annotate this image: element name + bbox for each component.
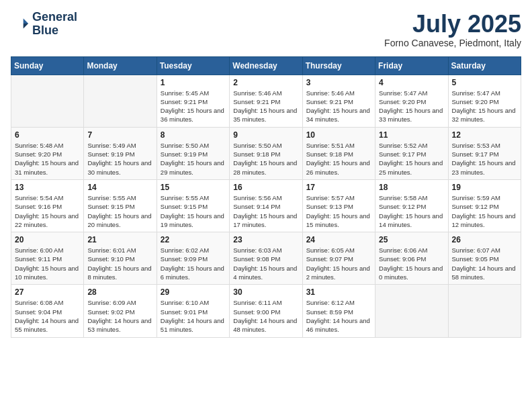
day-number: 2	[233, 78, 298, 87]
logo-text: General Blue	[32, 11, 77, 38]
calendar-cell: 3Sunrise: 5:46 AM Sunset: 9:21 PM Daylig…	[302, 75, 375, 127]
calendar-cell	[84, 75, 157, 127]
calendar-cell	[448, 285, 521, 337]
calendar-cell: 26Sunrise: 6:07 AM Sunset: 9:05 PM Dayli…	[448, 232, 521, 285]
weekday-header-wednesday: Wednesday	[230, 56, 302, 75]
day-number: 19	[452, 183, 517, 192]
calendar-cell: 6Sunrise: 5:48 AM Sunset: 9:20 PM Daylig…	[11, 127, 84, 179]
calendar-cell: 10Sunrise: 5:51 AM Sunset: 9:18 PM Dayli…	[302, 127, 375, 179]
day-number: 9	[233, 130, 298, 140]
day-number: 30	[233, 287, 298, 297]
calendar-cell: 20Sunrise: 6:00 AM Sunset: 9:11 PM Dayli…	[11, 232, 84, 285]
calendar-cell: 18Sunrise: 5:58 AM Sunset: 9:12 PM Dayli…	[375, 179, 448, 232]
day-number: 6	[15, 130, 80, 140]
day-number: 12	[452, 130, 517, 140]
day-content: Sunrise: 6:02 AM Sunset: 9:09 PM Dayligh…	[161, 246, 226, 281]
weekday-header-sunday: Sunday	[11, 56, 84, 75]
day-number: 16	[233, 183, 298, 192]
day-number: 10	[306, 130, 371, 140]
day-number: 23	[233, 235, 298, 244]
day-number: 28	[87, 287, 152, 297]
day-number: 15	[161, 183, 226, 192]
calendar-cell: 5Sunrise: 5:47 AM Sunset: 9:20 PM Daylig…	[448, 75, 521, 127]
calendar-cell: 19Sunrise: 5:59 AM Sunset: 9:12 PM Dayli…	[448, 179, 521, 232]
day-number: 29	[161, 287, 226, 297]
calendar-cell: 24Sunrise: 6:05 AM Sunset: 9:07 PM Dayli…	[302, 232, 375, 285]
day-number: 24	[306, 235, 371, 244]
day-content: Sunrise: 5:52 AM Sunset: 9:17 PM Dayligh…	[379, 141, 444, 177]
calendar-cell: 13Sunrise: 5:54 AM Sunset: 9:16 PM Dayli…	[11, 179, 84, 232]
weekday-header-row: SundayMondayTuesdayWednesdayThursdayFrid…	[11, 56, 521, 75]
calendar-cell: 2Sunrise: 5:46 AM Sunset: 9:21 PM Daylig…	[230, 75, 302, 127]
month-title: July 2025	[384, 11, 521, 38]
calendar-cell	[11, 75, 84, 127]
calendar-week-row: 20Sunrise: 6:00 AM Sunset: 9:11 PM Dayli…	[11, 232, 521, 285]
calendar-cell: 7Sunrise: 5:49 AM Sunset: 9:19 PM Daylig…	[84, 127, 157, 179]
calendar-week-row: 1Sunrise: 5:45 AM Sunset: 9:21 PM Daylig…	[11, 75, 521, 127]
day-content: Sunrise: 5:55 AM Sunset: 9:15 PM Dayligh…	[161, 193, 226, 229]
calendar-cell: 17Sunrise: 5:57 AM Sunset: 9:13 PM Dayli…	[302, 179, 375, 232]
calendar-cell: 28Sunrise: 6:09 AM Sunset: 9:02 PM Dayli…	[84, 285, 157, 337]
day-content: Sunrise: 5:50 AM Sunset: 9:18 PM Dayligh…	[233, 141, 298, 177]
calendar-cell: 23Sunrise: 6:03 AM Sunset: 9:08 PM Dayli…	[230, 232, 302, 285]
day-number: 20	[15, 235, 80, 244]
day-content: Sunrise: 5:56 AM Sunset: 9:14 PM Dayligh…	[233, 193, 298, 229]
day-number: 7	[87, 130, 152, 140]
day-number: 17	[306, 183, 371, 192]
day-content: Sunrise: 6:11 AM Sunset: 9:00 PM Dayligh…	[233, 298, 298, 334]
weekday-header-thursday: Thursday	[302, 56, 375, 75]
day-content: Sunrise: 6:10 AM Sunset: 9:01 PM Dayligh…	[161, 298, 226, 334]
svg-rect-3	[11, 15, 22, 34]
day-number: 14	[87, 183, 152, 192]
day-content: Sunrise: 5:58 AM Sunset: 9:12 PM Dayligh…	[379, 193, 444, 229]
calendar-cell: 15Sunrise: 5:55 AM Sunset: 9:15 PM Dayli…	[157, 179, 229, 232]
day-content: Sunrise: 5:49 AM Sunset: 9:19 PM Dayligh…	[87, 141, 152, 177]
calendar-cell: 14Sunrise: 5:55 AM Sunset: 9:15 PM Dayli…	[84, 179, 157, 232]
calendar-cell: 30Sunrise: 6:11 AM Sunset: 9:00 PM Dayli…	[230, 285, 302, 337]
day-number: 8	[161, 130, 226, 140]
calendar-cell: 8Sunrise: 5:50 AM Sunset: 9:19 PM Daylig…	[157, 127, 229, 179]
logo: General Blue	[11, 11, 77, 38]
calendar-cell: 12Sunrise: 5:53 AM Sunset: 9:17 PM Dayli…	[448, 127, 521, 179]
weekday-header-saturday: Saturday	[448, 56, 521, 75]
day-number: 5	[452, 78, 517, 87]
day-number: 4	[379, 78, 444, 87]
calendar-cell: 31Sunrise: 6:12 AM Sunset: 8:59 PM Dayli…	[302, 285, 375, 337]
day-content: Sunrise: 6:03 AM Sunset: 9:08 PM Dayligh…	[233, 246, 298, 281]
calendar-week-row: 6Sunrise: 5:48 AM Sunset: 9:20 PM Daylig…	[11, 127, 521, 179]
weekday-header-tuesday: Tuesday	[157, 56, 229, 75]
day-content: Sunrise: 5:46 AM Sunset: 9:21 PM Dayligh…	[233, 89, 298, 124]
calendar-cell: 11Sunrise: 5:52 AM Sunset: 9:17 PM Dayli…	[375, 127, 448, 179]
day-number: 18	[379, 183, 444, 192]
calendar-cell: 1Sunrise: 5:45 AM Sunset: 9:21 PM Daylig…	[157, 75, 229, 127]
day-number: 27	[15, 287, 80, 297]
day-content: Sunrise: 5:53 AM Sunset: 9:17 PM Dayligh…	[452, 141, 517, 177]
day-content: Sunrise: 6:05 AM Sunset: 9:07 PM Dayligh…	[306, 246, 371, 281]
logo-icon	[11, 15, 30, 34]
day-number: 26	[452, 235, 517, 244]
day-content: Sunrise: 6:07 AM Sunset: 9:05 PM Dayligh…	[452, 246, 517, 281]
day-number: 22	[161, 235, 226, 244]
day-content: Sunrise: 5:51 AM Sunset: 9:18 PM Dayligh…	[306, 141, 371, 177]
calendar-cell: 25Sunrise: 6:06 AM Sunset: 9:06 PM Dayli…	[375, 232, 448, 285]
calendar-cell: 21Sunrise: 6:01 AM Sunset: 9:10 PM Dayli…	[84, 232, 157, 285]
title-block: July 2025 Forno Canavese, Piedmont, Ital…	[384, 11, 521, 48]
calendar-cell: 22Sunrise: 6:02 AM Sunset: 9:09 PM Dayli…	[157, 232, 229, 285]
day-number: 3	[306, 78, 371, 87]
day-content: Sunrise: 5:46 AM Sunset: 9:21 PM Dayligh…	[306, 89, 371, 124]
calendar-week-row: 27Sunrise: 6:08 AM Sunset: 9:04 PM Dayli…	[11, 285, 521, 337]
day-content: Sunrise: 5:57 AM Sunset: 9:13 PM Dayligh…	[306, 193, 371, 229]
day-content: Sunrise: 5:47 AM Sunset: 9:20 PM Dayligh…	[379, 89, 444, 124]
weekday-header-friday: Friday	[375, 56, 448, 75]
calendar-week-row: 13Sunrise: 5:54 AM Sunset: 9:16 PM Dayli…	[11, 179, 521, 232]
day-content: Sunrise: 5:48 AM Sunset: 9:20 PM Dayligh…	[15, 141, 80, 177]
day-content: Sunrise: 6:09 AM Sunset: 9:02 PM Dayligh…	[87, 298, 152, 334]
calendar-cell: 16Sunrise: 5:56 AM Sunset: 9:14 PM Dayli…	[230, 179, 302, 232]
day-number: 11	[379, 130, 444, 140]
calendar-cell: 4Sunrise: 5:47 AM Sunset: 9:20 PM Daylig…	[375, 75, 448, 127]
calendar-cell	[375, 285, 448, 337]
day-content: Sunrise: 6:01 AM Sunset: 9:10 PM Dayligh…	[87, 246, 152, 281]
location-title: Forno Canavese, Piedmont, Italy	[384, 38, 521, 48]
day-content: Sunrise: 5:59 AM Sunset: 9:12 PM Dayligh…	[452, 193, 517, 229]
day-content: Sunrise: 5:55 AM Sunset: 9:15 PM Dayligh…	[87, 193, 152, 229]
